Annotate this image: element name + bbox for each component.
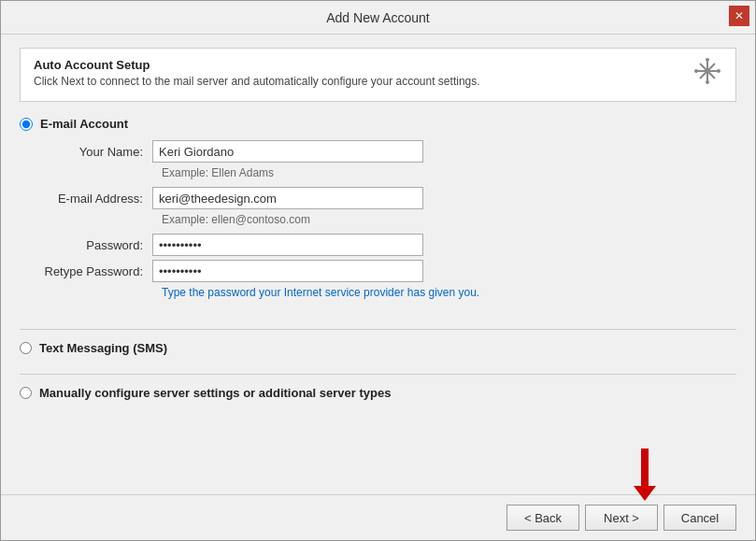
next-arrow-indicator xyxy=(634,448,656,501)
password-hint: Type the password your Internet service … xyxy=(162,286,736,299)
email-account-label: E-mail Account xyxy=(40,117,128,131)
email-account-radio[interactable] xyxy=(20,118,33,131)
your-name-hint: Example: Ellen Adams xyxy=(162,166,736,179)
options-section: E-mail Account Your Name: Example: Ellen… xyxy=(20,117,736,485)
auto-account-description: Click Next to connect to the mail server… xyxy=(34,75,480,88)
svg-point-6 xyxy=(694,69,698,73)
auto-account-title: Auto Account Setup xyxy=(34,58,480,72)
close-button[interactable]: ✕ xyxy=(729,6,749,26)
retype-password-input[interactable] xyxy=(152,260,423,282)
separator-1 xyxy=(20,329,736,330)
email-address-input[interactable] xyxy=(152,187,423,209)
password-input[interactable] xyxy=(152,234,423,256)
manual-config-option[interactable]: Manually configure server settings or ad… xyxy=(20,386,736,400)
your-name-label: Your Name: xyxy=(40,145,152,159)
auto-account-text-block: Auto Account Setup Click Next to connect… xyxy=(34,58,480,88)
svg-point-5 xyxy=(706,80,709,84)
wizard-icon xyxy=(692,56,722,92)
password-label: Password: xyxy=(40,238,152,252)
svg-point-4 xyxy=(706,58,709,62)
text-messaging-option[interactable]: Text Messaging (SMS) xyxy=(20,341,736,355)
email-address-row: E-mail Address: xyxy=(40,187,736,209)
manual-config-label: Manually configure server settings or ad… xyxy=(39,386,391,400)
email-address-label: E-mail Address: xyxy=(40,192,152,206)
email-account-option[interactable]: E-mail Account xyxy=(20,117,736,131)
separator-2 xyxy=(20,374,736,375)
dialog-content: Auto Account Setup Click Next to connect… xyxy=(1,35,755,494)
email-form-section: Your Name: Example: Ellen Adams E-mail A… xyxy=(20,140,736,308)
dialog-footer: < Back Next > Cancel xyxy=(1,494,755,540)
your-name-row: Your Name: xyxy=(40,140,736,163)
arrow-head xyxy=(634,486,656,501)
email-address-hint: Example: ellen@contoso.com xyxy=(162,213,736,226)
retype-password-row: Retype Password: xyxy=(40,260,736,282)
dialog-container: Add New Account ✕ Auto Account Setup Cli… xyxy=(0,0,756,541)
manual-config-radio[interactable] xyxy=(20,387,32,399)
cancel-button[interactable]: Cancel xyxy=(663,505,736,531)
text-messaging-radio[interactable] xyxy=(20,342,32,354)
arrow-shaft xyxy=(641,448,649,486)
retype-password-label: Retype Password: xyxy=(40,264,152,278)
password-row: Password: xyxy=(40,234,736,256)
next-button[interactable]: Next > xyxy=(585,505,658,531)
title-bar: Add New Account ✕ xyxy=(1,1,755,35)
text-messaging-label: Text Messaging (SMS) xyxy=(39,341,167,355)
svg-point-7 xyxy=(717,69,720,73)
dialog-title: Add New Account xyxy=(326,10,430,25)
auto-account-setup-box: Auto Account Setup Click Next to connect… xyxy=(20,48,736,102)
your-name-input[interactable] xyxy=(152,140,423,163)
back-button[interactable]: < Back xyxy=(506,505,579,531)
